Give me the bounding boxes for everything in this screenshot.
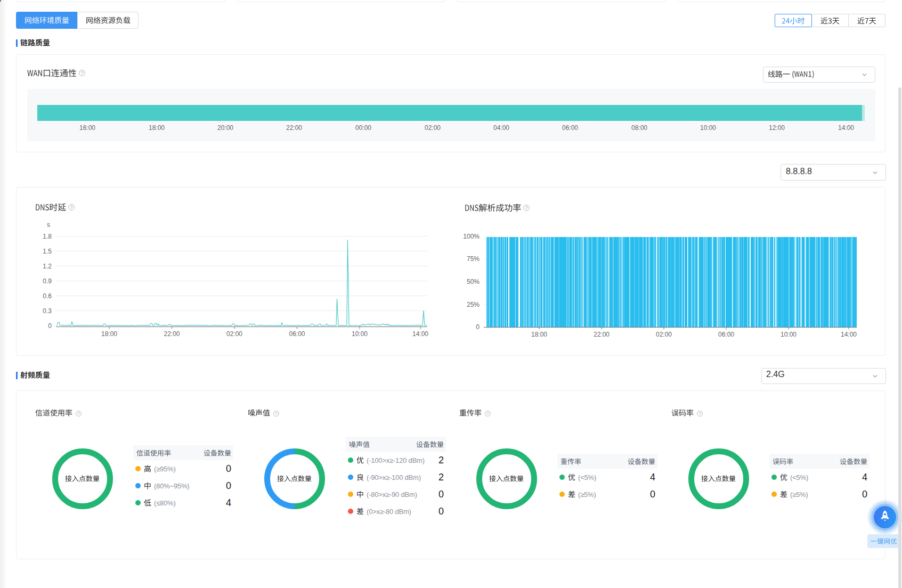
svg-text:0.9: 0.9 bbox=[43, 277, 52, 285]
svg-text:06:00: 06:00 bbox=[289, 330, 305, 338]
svg-text:s: s bbox=[47, 221, 50, 228]
svg-text:14:00: 14:00 bbox=[841, 331, 857, 338]
svg-text:100%: 100% bbox=[463, 233, 480, 240]
svg-text:18:00: 18:00 bbox=[531, 331, 547, 338]
svg-text:25%: 25% bbox=[467, 301, 480, 308]
svg-text:0: 0 bbox=[476, 323, 480, 331]
svg-text:75%: 75% bbox=[467, 255, 480, 263]
svg-text:18:00: 18:00 bbox=[101, 330, 117, 338]
svg-text:22:00: 22:00 bbox=[164, 330, 180, 338]
svg-text:22:00: 22:00 bbox=[594, 331, 610, 338]
svg-text:1.8: 1.8 bbox=[43, 233, 52, 240]
svg-text:0.6: 0.6 bbox=[43, 292, 52, 300]
svg-text:02:00: 02:00 bbox=[226, 330, 242, 338]
svg-text:02:00: 02:00 bbox=[656, 331, 672, 338]
svg-text:50%: 50% bbox=[467, 278, 480, 285]
svg-text:1.5: 1.5 bbox=[43, 248, 52, 255]
svg-text:10:00: 10:00 bbox=[352, 330, 368, 338]
svg-text:0.3: 0.3 bbox=[43, 307, 52, 315]
svg-text:10:00: 10:00 bbox=[781, 331, 797, 338]
svg-text:0: 0 bbox=[48, 322, 52, 330]
svg-text:14:00: 14:00 bbox=[412, 330, 428, 338]
svg-text:1.2: 1.2 bbox=[43, 263, 52, 270]
svg-text:06:00: 06:00 bbox=[718, 331, 734, 338]
